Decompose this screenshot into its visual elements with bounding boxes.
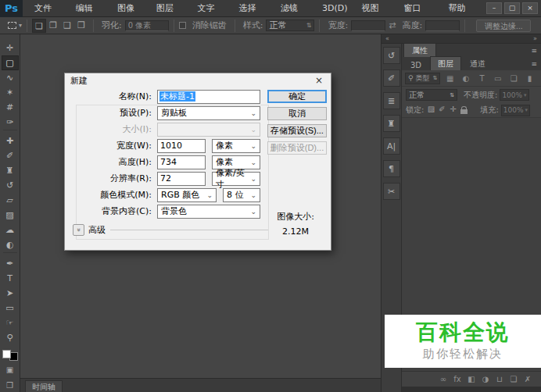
quick-mask-icon[interactable]: ▣	[2, 364, 19, 376]
collapse-panels-icon[interactable]: «	[385, 35, 389, 42]
refine-edge-button[interactable]: 调整边缘...	[476, 20, 531, 32]
clone-source-panel-icon[interactable]: ♜	[383, 115, 400, 132]
expand-panels-icon[interactable]: »	[533, 35, 537, 42]
timeline-tab[interactable]: 时间轴	[25, 380, 63, 392]
eyedropper-tool[interactable]: ✑	[2, 115, 19, 130]
width-input[interactable]	[351, 20, 385, 31]
antialias-checkbox[interactable]	[179, 22, 186, 29]
blend-mode-select[interactable]: 正常 ⇅	[406, 89, 457, 101]
panel-menu-icon[interactable]: ≡	[531, 60, 537, 68]
character-panel-icon[interactable]: A|	[383, 137, 400, 155]
menu-item[interactable]: 图像(I)	[110, 0, 149, 17]
filter-kind-select[interactable]: ⚲ 类型 ⇅	[405, 73, 440, 84]
foreground-color-swatch[interactable]	[2, 350, 11, 358]
pen-tool[interactable]: ✒	[2, 256, 19, 271]
pixel-filter-icon[interactable]: ▦	[445, 74, 455, 83]
menu-item[interactable]: 窗口(W)	[396, 0, 441, 17]
lock-transparency-icon[interactable]: ▨	[425, 105, 436, 116]
save-preset-button[interactable]: 存储预设(S)...	[267, 124, 327, 137]
height-input[interactable]	[425, 20, 460, 31]
minimize-button[interactable]: –	[486, 2, 502, 14]
type-filter-icon[interactable]: T	[477, 74, 487, 83]
height-input[interactable]: 734	[157, 155, 206, 169]
layer-effects-icon[interactable]: fx	[450, 375, 464, 383]
type-tool[interactable]: T	[2, 271, 19, 286]
color-mode-select[interactable]: RGB 颜色 ⌄	[157, 188, 217, 202]
crop-tool[interactable]: #	[2, 100, 19, 115]
brush-tool[interactable]: ✐	[2, 148, 19, 163]
close-button[interactable]: ×	[522, 2, 538, 14]
lock-position-icon[interactable]: ✛	[447, 105, 458, 116]
advanced-expander-icon[interactable]: »	[73, 224, 84, 236]
link-layers-icon[interactable]: ∞	[436, 375, 450, 383]
resolution-unit-select[interactable]: 像素/英寸 ⌄	[212, 172, 260, 186]
shape-filter-icon[interactable]: ▭	[493, 74, 503, 83]
menu-item[interactable]: 滤镜(T)	[274, 0, 315, 17]
paragraph-panel-icon[interactable]: ¶	[383, 160, 400, 177]
new-layer-icon[interactable]: ❏	[507, 375, 521, 383]
screen-mode-icon[interactable]: ❐	[2, 380, 19, 392]
menu-item[interactable]: 3D(D)	[315, 0, 355, 17]
tool-preset-picker[interactable]: ▾	[8, 22, 22, 29]
panel-tab[interactable]: 通道	[463, 57, 493, 70]
layer-group-icon[interactable]: ⊔	[493, 375, 507, 383]
delete-layer-icon[interactable]: ✗	[521, 375, 535, 383]
menu-item[interactable]: 视图(V)	[355, 0, 397, 17]
zoom-tool[interactable]: ⚲	[2, 330, 19, 345]
move-tool[interactable]: ✛	[2, 41, 19, 55]
hand-tool[interactable]: ☞	[2, 315, 19, 330]
menu-item[interactable]: 文字(Y)	[190, 0, 231, 17]
menu-item[interactable]: 选择(S)	[232, 0, 274, 17]
lock-paint-icon[interactable]: ✐	[436, 105, 447, 116]
subtract-from-selection-icon[interactable]: ❑	[60, 19, 74, 33]
style-select[interactable]: 正常 ⇅	[266, 20, 314, 31]
dialog-title-bar[interactable]: 新建 ×	[65, 73, 331, 87]
tab-properties[interactable]: 属性	[403, 43, 436, 57]
preset-select[interactable]: 剪贴板 ⌄	[157, 106, 260, 120]
smart-object-filter-icon[interactable]: ❏	[509, 74, 519, 83]
menu-item[interactable]: 图层(L)	[149, 0, 191, 17]
layer-mask-icon[interactable]: ◧	[464, 375, 478, 383]
path-selection-tool[interactable]: ➤	[2, 286, 19, 301]
fill-input[interactable]: 100% ▾	[501, 105, 530, 116]
feather-input[interactable]: 0 像素	[125, 20, 169, 31]
panel-tab[interactable]: 3D	[403, 59, 428, 70]
menu-item[interactable]: 文件(F)	[27, 0, 69, 17]
maximize-button[interactable]: ▢	[504, 2, 520, 14]
width-input[interactable]: 1010	[157, 139, 206, 153]
new-selection-icon[interactable]: ❏	[32, 19, 46, 33]
brush-panel-icon[interactable]: ✐	[383, 69, 400, 87]
adjustment-layer-icon[interactable]: ◑	[478, 375, 493, 383]
panel-menu-icon[interactable]: ≡	[531, 47, 537, 55]
background-select[interactable]: 背景色 ⌄	[157, 205, 260, 219]
cancel-button[interactable]: 取消	[267, 107, 327, 120]
dodge-tool[interactable]: ◐	[2, 237, 19, 252]
width-unit-select[interactable]: 像素 ⌄	[212, 139, 260, 153]
ok-button[interactable]: 确定	[267, 90, 327, 103]
filter-toggle-icon[interactable]: ▮	[525, 74, 535, 83]
menu-item[interactable]: 帮助(H)	[441, 0, 484, 17]
adjustment-filter-icon[interactable]: ◐	[461, 74, 471, 83]
rectangular-marquee-tool[interactable]: ▢	[2, 55, 19, 70]
menu-item[interactable]: 编辑(E)	[69, 0, 110, 17]
bit-depth-select[interactable]: 8 位 ⌄	[223, 188, 260, 202]
history-brush-tool[interactable]: ↺	[2, 178, 19, 193]
name-input[interactable]: 未标题-1	[157, 90, 260, 104]
opacity-input[interactable]: 100% ▾	[500, 89, 528, 101]
clone-stamp-tool[interactable]: ♜	[2, 163, 19, 178]
swap-dimensions-icon[interactable]: ⇄	[389, 20, 396, 30]
blur-tool[interactable]: ☁	[2, 223, 19, 237]
panel-tab[interactable]: 图层	[430, 56, 461, 70]
healing-brush-tool[interactable]: ✚	[2, 134, 19, 148]
intersect-selection-icon[interactable]: ❒	[74, 19, 88, 33]
gradient-tool[interactable]: ▨	[2, 208, 19, 223]
tool-presets-panel-icon[interactable]: ✂	[383, 183, 400, 200]
resolution-input[interactable]: 72	[157, 172, 206, 186]
rectangle-tool[interactable]: ▭	[2, 301, 19, 315]
close-icon[interactable]: ×	[313, 75, 325, 86]
magic-wand-tool[interactable]: ✶	[2, 85, 19, 100]
add-to-selection-icon[interactable]: ❐	[46, 19, 60, 33]
adjustments-panel-icon[interactable]: ≣	[383, 92, 400, 109]
history-panel-icon[interactable]: ↺	[383, 47, 400, 64]
eraser-tool[interactable]: ▱	[2, 193, 19, 208]
